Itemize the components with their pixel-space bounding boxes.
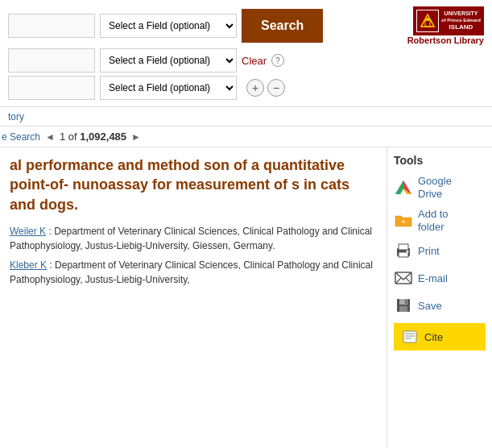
svg-point-14 [407,251,409,253]
add-remove-controls: + − [242,79,285,97]
clear-link[interactable]: Clear [242,55,267,67]
tools-panel: Tools GoogleDrive + [387,147,492,448]
header: Select a Field (optional) Search [0,0,492,107]
author-2-link[interactable]: Kleber K [10,259,47,271]
print-tool[interactable]: Print [394,241,486,260]
svg-rect-13 [399,252,408,257]
result-count: 1 of 1,092,485 [60,131,126,143]
search-row-1: Select a Field (optional) Search [8,6,484,45]
svg-line-16 [395,278,401,284]
email-label: E-mail [418,272,448,285]
remove-row-button[interactable]: − [267,79,285,97]
content-panel: al performance and method son of a quant… [0,147,387,448]
google-drive-icon [394,178,413,197]
results-bar: e Search ◄ 1 of 1,092,485 ► [0,127,492,147]
author-2-affiliation: : Department of Veterinary Clinical Scie… [10,259,373,285]
main-area: al performance and method son of a quant… [0,147,492,448]
folder-icon: + [394,211,413,230]
email-tool[interactable]: E-mail [394,268,486,288]
svg-line-17 [406,278,411,284]
prev-result-arrow[interactable]: ◄ [45,131,55,143]
svg-rect-12 [399,244,408,250]
article-title: al performance and method son of a quant… [10,156,377,214]
print-label: Print [418,245,440,258]
logo-badge: UNIVERSITY of Prince Edward ISLAND [413,6,484,35]
cite-icon [400,327,420,346]
field-select-2[interactable]: Select a Field (optional) [100,48,237,73]
author-1-link[interactable]: Weiler K [10,226,46,237]
header-top: Select a Field (optional) Search [8,6,484,100]
add-to-folder-tool[interactable]: + Add tofolder [394,208,486,233]
field-select-3[interactable]: Select a Field (optional) [100,76,237,100]
author-1-line: Weiler K : Department of Veterinary Clin… [10,224,377,253]
search-button[interactable]: Search [242,9,323,43]
print-icon [394,241,413,260]
add-row-button[interactable]: + [246,79,264,97]
help-icon[interactable]: ? [271,54,284,67]
search-row-2: Select a Field (optional) Clear ? [8,48,484,73]
upei-crest-icon [416,10,439,32]
clear-row: Clear ? [242,54,284,67]
breadcrumb-link[interactable]: tory [8,111,24,122]
back-to-search-link[interactable]: e Search [0,131,40,143]
save-icon [394,296,413,315]
search-rows: Select a Field (optional) Search [8,6,484,100]
google-drive-label: GoogleDrive [418,175,452,200]
cite-label: Cite [424,331,443,343]
svg-rect-20 [399,306,407,312]
author-1-affiliation: : Department of Veterinary Clinical Scie… [10,226,372,251]
search-input-1[interactable] [8,14,95,38]
google-drive-tool[interactable]: GoogleDrive [394,175,486,200]
svg-text:+: + [402,218,406,226]
field-select-1[interactable]: Select a Field (optional) [100,14,237,38]
svg-rect-21 [405,300,407,304]
results-left: e Search ◄ 1 of 1,092,485 ► [0,131,492,143]
tools-title: Tools [394,154,486,167]
upei-logo: UNIVERSITY of Prince Edward ISLAND [413,6,484,35]
svg-rect-22 [403,331,416,342]
upei-university-text: UNIVERSITY of Prince Edward ISLAND [441,10,481,31]
svg-point-3 [426,18,429,21]
add-to-folder-label: Add tofolder [418,208,449,233]
next-result-arrow[interactable]: ► [131,131,141,143]
cite-button[interactable]: Cite [394,323,486,351]
robertson-library-text: Robertson Library [407,35,484,45]
email-icon [394,268,413,288]
search-input-3[interactable] [8,76,95,100]
author-2-line: Kleber K : Department of Veterinary Clin… [10,258,377,287]
save-tool[interactable]: Save [394,296,486,315]
logo-area: UNIVERSITY of Prince Edward ISLAND Rober… [407,6,484,45]
search-row-3: Select a Field (optional) + − [8,76,484,100]
save-label: Save [418,300,442,313]
total-count: 1,092,485 [80,131,126,143]
search-input-2[interactable] [8,48,95,73]
breadcrumb-bar: tory [0,107,492,127]
